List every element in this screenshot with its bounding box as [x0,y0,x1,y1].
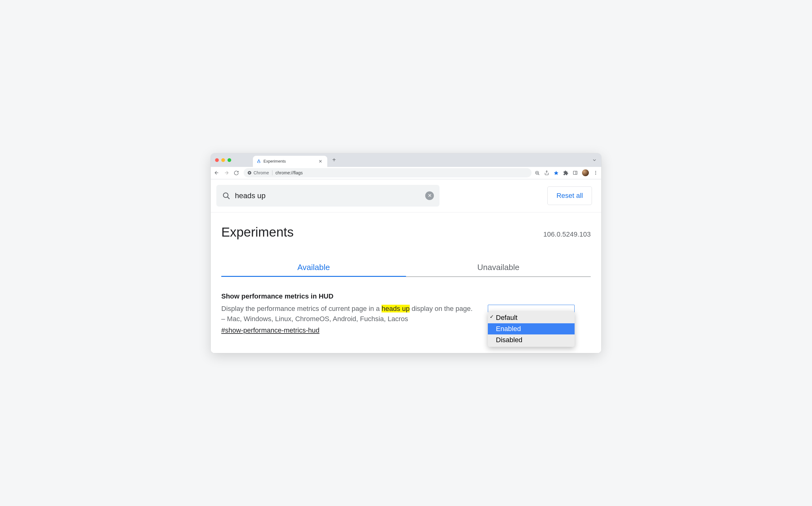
flag-title: Show performance metrics in HUD [221,292,475,301]
extensions-icon[interactable] [563,170,569,176]
tab-title: Experiments [264,159,315,164]
flag-description: Display the performance metrics of curre… [221,304,475,324]
kebab-menu-icon[interactable] [593,170,598,175]
browser-tab[interactable]: Experiments ✕ [253,156,327,167]
toolbar-icons [535,169,598,176]
omnibox-chip-label: Chrome [253,170,269,175]
window-zoom-button[interactable] [227,158,231,162]
svg-point-14 [595,174,596,175]
dropdown-option-default[interactable]: Default [488,312,575,323]
svg-point-12 [595,171,596,172]
titlebar: Experiments ✕ + [211,153,601,167]
window-minimize-button[interactable] [221,158,225,162]
forward-button[interactable] [224,170,231,176]
dropdown-option-disabled[interactable]: Disabled [488,334,575,346]
flag-text: Show performance metrics in HUD Display … [221,292,475,334]
reload-button[interactable] [234,170,240,176]
svg-point-13 [595,172,596,173]
tabs-row: Available Unavailable [221,258,591,277]
sidepanel-icon[interactable] [573,170,578,175]
dropdown-option-enabled[interactable]: Enabled [488,323,575,334]
bookmark-star-icon[interactable] [553,170,559,176]
header-row: Experiments 106.0.5249.103 [211,213,601,243]
toolbar: Chrome chrome://flags [211,167,601,179]
chrome-icon [247,171,252,175]
svg-point-3 [249,172,250,174]
search-icon [222,191,231,200]
flag-dropdown: Default Enabled Disabled [488,311,575,347]
tab-available[interactable]: Available [221,258,406,276]
share-icon[interactable] [544,170,549,175]
tab-unavailable[interactable]: Unavailable [406,258,591,276]
page-title: Experiments [221,225,294,240]
flag-anchor-link[interactable]: #show-performance-metrics-hud [221,326,319,334]
omnibox-chip: Chrome [247,170,273,175]
close-icon: ✕ [428,193,432,198]
omnibox-url: chrome://flags [276,170,303,175]
flag-item: Show performance metrics in HUD Display … [211,277,601,334]
tab-close-icon[interactable]: ✕ [317,158,323,164]
page-content: ✕ Reset all Experiments 106.0.5249.103 A… [211,179,601,353]
svg-marker-9 [554,171,558,175]
search-box: ✕ [216,185,439,206]
svg-rect-10 [573,171,577,175]
clear-search-button[interactable]: ✕ [425,191,434,200]
svg-line-7 [538,174,539,175]
search-highlight: heads up [381,305,410,313]
browser-window: Experiments ✕ + Chrome chrome [211,153,601,353]
reset-all-button[interactable]: Reset all [547,186,592,205]
omnibox[interactable]: Chrome chrome://flags [244,168,531,177]
profile-avatar[interactable] [582,169,589,176]
flag-control: Default Enabled Disabled [488,305,575,334]
svg-point-15 [223,193,228,197]
zoom-icon[interactable] [535,170,540,176]
traffic-lights [215,158,231,162]
search-row: ✕ Reset all [211,179,601,213]
back-button[interactable] [214,170,221,176]
svg-line-16 [227,197,230,199]
flag-desc-before: Display the performance metrics of curre… [221,305,381,313]
new-tab-button[interactable]: + [330,156,338,164]
chevron-down-icon[interactable] [592,158,597,163]
flask-icon [256,159,261,164]
window-close-button[interactable] [215,158,219,162]
search-input[interactable] [235,191,421,200]
version-label: 106.0.5249.103 [543,230,591,239]
